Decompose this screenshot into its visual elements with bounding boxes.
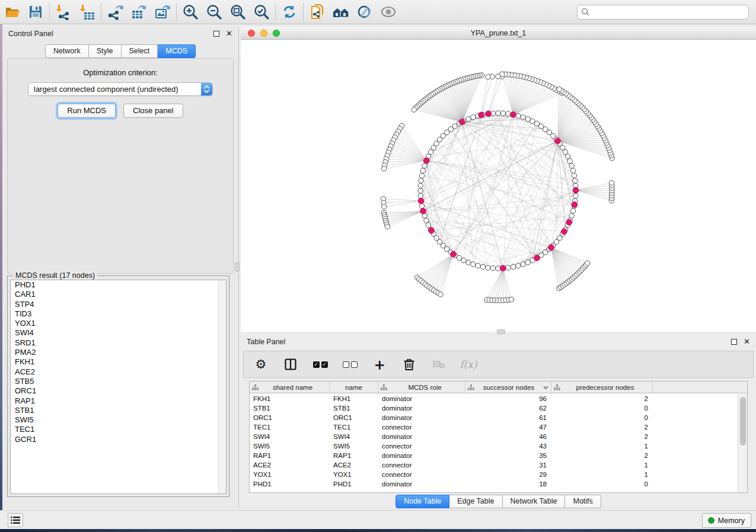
graph-node[interactable] bbox=[506, 111, 511, 116]
mcds-result-item[interactable]: STB1 bbox=[11, 406, 226, 415]
table-row[interactable]: ORC1ORC1dominator610 bbox=[250, 413, 738, 422]
table-cell[interactable]: PHD1 bbox=[330, 480, 378, 488]
table-cell[interactable]: dominator bbox=[378, 452, 465, 459]
graph-mcds-hub-node[interactable] bbox=[555, 138, 561, 144]
hide-graphics-details-icon[interactable] bbox=[353, 2, 377, 22]
table-cell[interactable]: 29 bbox=[465, 471, 551, 478]
graph-mcds-hub-node[interactable] bbox=[424, 158, 430, 164]
graph-mcds-hub-node[interactable] bbox=[534, 255, 540, 261]
run-mcds-button[interactable]: Run MCDS bbox=[58, 104, 116, 118]
mcds-result-item[interactable]: GCR1 bbox=[11, 435, 226, 444]
table-cell[interactable]: 1 bbox=[551, 462, 653, 469]
graph-node[interactable] bbox=[422, 164, 427, 168]
graph-satellite-node[interactable] bbox=[557, 86, 562, 91]
table-cell[interactable]: dominator bbox=[378, 414, 465, 421]
mcds-result-item[interactable]: ACE2 bbox=[11, 367, 226, 377]
save-session-icon[interactable] bbox=[24, 2, 47, 22]
status-menu-button[interactable] bbox=[8, 513, 23, 527]
criterion-select[interactable]: largest connected component (undirected) bbox=[28, 82, 213, 96]
graph-satellite-node[interactable] bbox=[438, 292, 443, 297]
mcds-result-item[interactable]: SWI4 bbox=[11, 328, 226, 338]
mcds-result-item[interactable]: TID3 bbox=[11, 309, 226, 319]
table-scrollbar[interactable] bbox=[738, 394, 747, 492]
table-cell[interactable]: dominator bbox=[378, 395, 465, 402]
graph-mcds-hub-node[interactable] bbox=[562, 229, 567, 235]
tab-edge-table[interactable]: Edge Table bbox=[449, 495, 502, 508]
graph-satellite-node[interactable] bbox=[412, 107, 416, 112]
zoom-selected-icon[interactable] bbox=[250, 2, 273, 22]
graph-node[interactable] bbox=[569, 213, 574, 218]
graph-satellite-node[interactable] bbox=[509, 297, 513, 302]
table-cell[interactable]: YOX1 bbox=[330, 471, 378, 478]
graph-node[interactable] bbox=[471, 115, 476, 120]
table-cell[interactable]: 2 bbox=[551, 395, 653, 402]
table-cell[interactable]: 61 bbox=[465, 414, 551, 421]
export-table-icon[interactable] bbox=[127, 2, 151, 22]
graph-node[interactable] bbox=[530, 118, 535, 123]
table-row[interactable]: STB1STB1dominator620 bbox=[250, 403, 738, 413]
column-header-predecessor-nodes[interactable]: predecessor nodes bbox=[551, 382, 653, 393]
column-header-shared-name[interactable]: shared name bbox=[250, 382, 330, 393]
apply-layout-icon[interactable] bbox=[277, 2, 301, 22]
graph-node[interactable] bbox=[516, 113, 521, 118]
mcds-result-item[interactable]: YOX1 bbox=[11, 319, 226, 328]
graph-node[interactable] bbox=[525, 117, 530, 121]
graph-mcds-hub-node[interactable] bbox=[572, 202, 578, 208]
graph-node[interactable] bbox=[420, 168, 425, 173]
tab-motifs[interactable]: Motifs bbox=[565, 495, 601, 508]
graph-mcds-hub-node[interactable] bbox=[429, 227, 435, 233]
table-cell[interactable]: FKH1 bbox=[330, 395, 378, 402]
graph-mcds-hub-node[interactable] bbox=[420, 209, 426, 214]
first-neighbors-icon[interactable] bbox=[329, 2, 353, 22]
graph-node[interactable] bbox=[419, 203, 424, 208]
zoom-fit-icon[interactable] bbox=[226, 2, 250, 22]
close-table-panel-icon[interactable]: ✕ bbox=[744, 339, 750, 345]
graph-node[interactable] bbox=[496, 111, 500, 116]
select-all-icon[interactable]: ✓✓ bbox=[312, 357, 328, 372]
mcds-result-item[interactable]: TEC1 bbox=[11, 425, 226, 434]
graph-node[interactable] bbox=[525, 260, 530, 265]
table-row[interactable]: FKH1FKH1dominator962 bbox=[250, 394, 738, 403]
graph-mcds-hub-node[interactable] bbox=[511, 112, 516, 118]
add-column-icon[interactable]: ＋ bbox=[372, 357, 387, 372]
mcds-result-item[interactable]: PHD1 bbox=[11, 280, 226, 290]
network-canvas[interactable] bbox=[241, 40, 756, 332]
memory-button[interactable]: Memory bbox=[702, 513, 751, 528]
graph-mcds-hub-node[interactable] bbox=[479, 112, 484, 118]
graph-mcds-hub-node[interactable] bbox=[486, 111, 492, 117]
mcds-result-item[interactable]: CAR1 bbox=[11, 290, 226, 299]
graph-node[interactable] bbox=[486, 265, 490, 270]
table-cell[interactable]: YOX1 bbox=[250, 471, 330, 478]
mcds-result-list[interactable]: PHD1CAR1STP4TID3YOX1SWI4SRD1PMA2FKH1ACE2… bbox=[10, 280, 227, 494]
graph-satellite-node[interactable] bbox=[381, 166, 386, 171]
deselect-all-icon[interactable] bbox=[342, 357, 358, 372]
horizontal-splitter-handle[interactable] bbox=[497, 329, 505, 334]
graph-node[interactable] bbox=[521, 115, 525, 120]
graph-node[interactable] bbox=[426, 223, 430, 227]
table-cell[interactable]: 0 bbox=[551, 405, 653, 412]
tab-network[interactable]: Network bbox=[45, 44, 89, 58]
zoom-out-icon[interactable] bbox=[202, 2, 226, 22]
table-row[interactable]: PHD1PHD1dominator180 bbox=[250, 479, 738, 489]
graph-node[interactable] bbox=[506, 265, 511, 270]
table-cell[interactable]: connector bbox=[378, 443, 465, 450]
table-cell[interactable]: 18 bbox=[465, 480, 551, 488]
table-cell[interactable]: dominator bbox=[378, 480, 465, 488]
import-table-icon[interactable] bbox=[75, 2, 99, 22]
table-cell[interactable]: connector bbox=[378, 471, 465, 478]
table-row[interactable]: SWI4SWI4dominator462 bbox=[250, 432, 738, 441]
table-row[interactable]: TEC1TEC1connector472 bbox=[250, 422, 738, 432]
mcds-result-item[interactable]: SRD1 bbox=[11, 338, 226, 348]
float-panel-icon[interactable] bbox=[213, 31, 219, 37]
graph-node[interactable] bbox=[500, 111, 505, 116]
float-table-panel-icon[interactable] bbox=[731, 339, 737, 345]
graph-mcds-hub-node[interactable] bbox=[460, 119, 465, 125]
mcds-result-item[interactable]: SWI5 bbox=[11, 415, 226, 425]
table-cell[interactable]: connector bbox=[378, 424, 465, 431]
graph-node[interactable] bbox=[428, 149, 433, 154]
table-cell[interactable]: SWI4 bbox=[250, 433, 330, 440]
table-cell[interactable]: 0 bbox=[551, 480, 653, 488]
table-cell[interactable]: 0 bbox=[551, 414, 653, 421]
table-options-gear-icon[interactable]: ⚙ bbox=[253, 357, 269, 372]
table-cell[interactable]: SWI5 bbox=[330, 443, 378, 450]
